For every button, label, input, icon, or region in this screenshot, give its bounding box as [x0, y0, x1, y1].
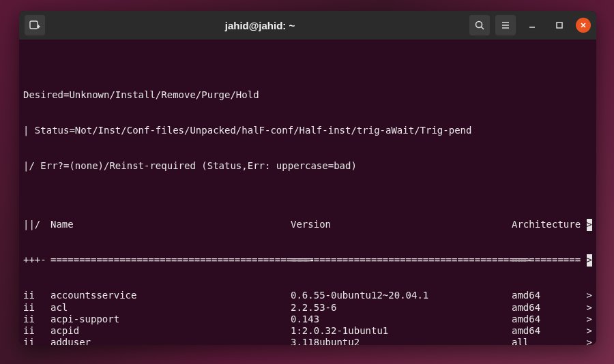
pkg-name: accountsservice [50, 290, 291, 301]
pkg-name: adduser [50, 337, 291, 345]
overflow-marker: > [587, 337, 592, 345]
overflow-marker: > [587, 302, 592, 314]
pkg-version: 0.143 [291, 314, 512, 325]
pkg-arch: amd64 [512, 314, 592, 325]
package-row: iiaccountsservice0.6.55-0ubuntu12~20.04.… [23, 290, 592, 301]
col-version-header: Version [291, 219, 512, 230]
pkg-arch: amd64 [512, 290, 592, 301]
overflow-marker: > [587, 325, 592, 337]
package-row: iiacpi-support0.143amd64> [23, 314, 592, 325]
svg-line-4 [482, 27, 484, 30]
search-icon [474, 20, 485, 31]
pkg-name: acl [50, 302, 291, 314]
titlebar: jahid@jahid: ~ [19, 11, 596, 40]
new-tab-icon [29, 19, 41, 31]
new-tab-button[interactable] [25, 15, 45, 35]
terminal-content[interactable]: Desired=Unknown/Install/Remove/Purge/Hol… [19, 40, 596, 345]
pkg-status: ii [23, 337, 50, 345]
pkg-version: 0.6.55-0ubuntu12~20.04.1 [291, 290, 512, 301]
maximize-button[interactable] [552, 18, 567, 33]
pkg-version: 3.118ubuntu2 [291, 337, 512, 345]
search-button[interactable] [469, 15, 490, 35]
package-row: iiacpid1:2.0.32-1ubuntu1amd64> [23, 325, 592, 337]
pkg-name: acpi-support [50, 314, 291, 325]
separator-row: +++- ===================================… [23, 254, 592, 266]
pkg-name: acpid [50, 325, 291, 337]
col-arch-header: Architecture [512, 219, 592, 230]
dpkg-header: Desired=Unknown/Install/Remove/Purge/Hol… [23, 66, 592, 196]
window-title: jahid@jahid: ~ [50, 20, 469, 31]
header-line-1: Desired=Unknown/Install/Remove/Purge/Hol… [23, 89, 592, 101]
overflow-marker: > [587, 314, 592, 325]
pkg-arch: amd64 [512, 325, 592, 337]
close-button[interactable] [576, 18, 591, 33]
pkg-version: 2.2.53-6 [291, 302, 512, 314]
package-row: iiadduser3.118ubuntu2all> [23, 337, 592, 345]
overflow-marker: > [587, 290, 592, 301]
header-line-2: | Status=Not/Inst/Conf-files/Unpacked/ha… [23, 125, 592, 136]
pkg-arch: amd64 [512, 302, 592, 314]
overflow-marker: > [587, 254, 592, 266]
close-icon [580, 22, 587, 29]
pkg-status: ii [23, 290, 50, 301]
pkg-status: ii [23, 325, 50, 337]
col-name-header: Name [50, 219, 291, 230]
column-headers: ||/ Name Version Architecture > [23, 219, 592, 230]
pkg-arch: all [512, 337, 592, 345]
package-list: iiaccountsservice0.6.55-0ubuntu12~20.04.… [23, 290, 592, 345]
hamburger-icon [500, 20, 511, 31]
header-line-3: |/ Err?=(none)/Reinst-required (Status,E… [23, 160, 592, 172]
overflow-marker: > [587, 219, 592, 230]
minimize-icon [528, 21, 536, 29]
col-status-header: ||/ [23, 219, 50, 230]
titlebar-right-controls [469, 15, 591, 35]
pkg-status: ii [23, 302, 50, 314]
terminal-window: jahid@jahid: ~ [19, 11, 596, 345]
package-row: iiacl2.2.53-6amd64> [23, 302, 592, 314]
maximize-icon [555, 21, 564, 29]
svg-rect-9 [557, 22, 562, 28]
pkg-status: ii [23, 314, 50, 325]
menu-button[interactable] [495, 15, 516, 35]
pkg-version: 1:2.0.32-1ubuntu1 [291, 325, 512, 337]
svg-rect-0 [30, 21, 38, 29]
minimize-button[interactable] [525, 18, 540, 33]
svg-point-3 [476, 22, 482, 28]
